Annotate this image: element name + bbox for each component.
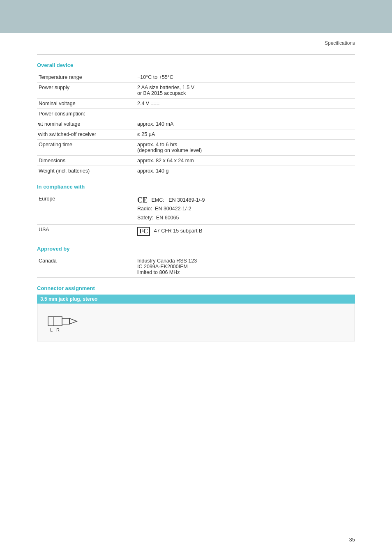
label-weight: Weight (incl. batteries) [37, 166, 136, 176]
label-switched-off: with switched-off receiver [37, 129, 136, 140]
label-operating-time: Operating time [37, 140, 136, 156]
approved-by-section: Approved by Canada Industry Canada RSS 1… [37, 246, 355, 278]
section-header-text: Specifications [325, 40, 355, 46]
label-power-supply: Power supply [37, 83, 136, 99]
value-operating-time: approx. 4 to 6 hrs(depending on volume l… [136, 140, 355, 156]
svg-rect-2 [62, 318, 69, 324]
svg-text:L: L [50, 327, 53, 332]
label-europe: Europe [37, 194, 136, 224]
table-row: Power consumption: [37, 109, 355, 119]
section-header: Specifications [37, 37, 355, 55]
value-canada: Industry Canada RSS 123 IC 2099A-EK2000I… [136, 256, 355, 278]
compliance-title: In compliance with [37, 184, 355, 190]
table-row: Canada Industry Canada RSS 123 IC 2099A-… [37, 256, 355, 278]
label-nominal-voltage: Nominal voltage [37, 99, 136, 109]
value-switched-off: ≤ 25 µA [136, 129, 355, 140]
fc-mark-icon: FC [137, 227, 150, 236]
table-row: Temperature range −10°C to +55°C [37, 72, 355, 83]
content: Specifications Overall device Temperatur… [0, 33, 392, 368]
label-dimensions: Dimensions [37, 156, 136, 166]
page-wrapper: Specifications Overall device Temperatur… [0, 0, 392, 555]
connector-title: Connector assignment [37, 285, 355, 291]
label-canada: Canada [37, 256, 136, 278]
jack-diagram-area: L R [37, 304, 355, 341]
table-row: Power supply 2 AA size batteries, 1.5 Vo… [37, 83, 355, 99]
overall-device-title: Overall device [37, 62, 355, 68]
approved-by-title: Approved by [37, 246, 355, 252]
overall-device-section: Overall device Temperature range −10°C t… [37, 62, 355, 176]
value-nominal-voltage: 2.4 V === [136, 99, 355, 109]
table-row: at nominal voltage approx. 140 mA [37, 119, 355, 129]
table-row: Nominal voltage 2.4 V === [37, 99, 355, 109]
connector-tab-label: 3.5 mm jack plug, stereo [37, 295, 355, 304]
value-dimensions: approx. 82 x 64 x 24 mm [136, 156, 355, 166]
value-weight: approx. 140 g [136, 166, 355, 176]
compliance-section: In compliance with Europe CE EMC: EN 301… [37, 184, 355, 238]
connector-section: Connector assignment 3.5 mm jack plug, s… [37, 285, 355, 341]
approved-by-table: Canada Industry Canada RSS 123 IC 2099A-… [37, 256, 355, 278]
table-row: Weight (incl. batteries) approx. 140 g [37, 166, 355, 176]
value-usa: FC 47 CFR 15 subpart B [136, 224, 355, 238]
label-temperature: Temperature range [37, 72, 136, 83]
table-row: with switched-off receiver ≤ 25 µA [37, 129, 355, 140]
label-nominal-voltage-bullet: at nominal voltage [37, 119, 136, 129]
top-bar [0, 0, 392, 33]
svg-marker-3 [69, 318, 77, 324]
overall-device-table: Temperature range −10°C to +55°C Power s… [37, 72, 355, 176]
svg-text:R: R [56, 327, 60, 332]
value-power-supply: 2 AA size batteries, 1.5 Vor BA 2015 acc… [136, 83, 355, 99]
value-temperature: −10°C to +55°C [136, 72, 355, 83]
table-row: Dimensions approx. 82 x 64 x 24 mm [37, 156, 355, 166]
svg-rect-0 [48, 317, 62, 326]
usa-compliance-detail: 47 CFR 15 subpart B [154, 228, 202, 234]
ce-mark-icon: CE [137, 196, 148, 205]
table-row: Europe CE EMC: EN 301489-1/-9 Radio: EN … [37, 194, 355, 224]
compliance-table: Europe CE EMC: EN 301489-1/-9 Radio: EN … [37, 194, 355, 238]
page-number: 35 [349, 537, 355, 543]
table-row: USA FC 47 CFR 15 subpart B [37, 224, 355, 238]
table-row: Operating time approx. 4 to 6 hrs(depend… [37, 140, 355, 156]
label-power-consumption: Power consumption: [37, 109, 136, 119]
value-europe: CE EMC: EN 301489-1/-9 Radio: EN 300422-… [136, 194, 355, 224]
jack-plug-diagram: L R [44, 309, 93, 334]
value-nominal-voltage-bullet: approx. 140 mA [136, 119, 355, 129]
label-usa: USA [37, 224, 136, 238]
